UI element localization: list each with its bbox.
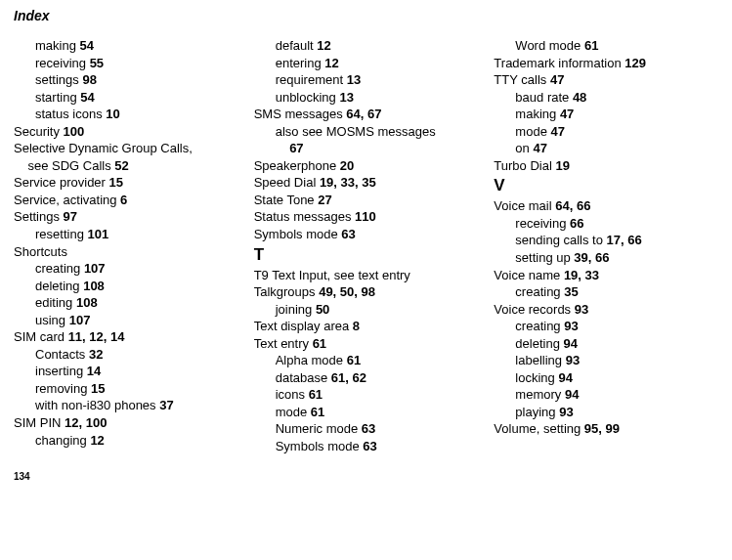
entry-page: 101 — [87, 227, 108, 241]
entry-text: on — [515, 141, 533, 155]
index-entry: Speed Dial 19, 33, 35 — [254, 174, 479, 192]
entry-text: Status messages — [254, 209, 355, 224]
entry-page: 20 — [340, 158, 354, 173]
index-entry: labelling 93 — [515, 352, 718, 369]
entry-page: 108 — [83, 279, 105, 293]
index-entry: changing 12 — [35, 432, 238, 450]
entry-page: 50 — [316, 302, 329, 317]
index-entry: joining 50 — [276, 301, 479, 319]
entry-page: 48 — [573, 90, 586, 105]
index-entry: Settings 97 — [14, 208, 238, 226]
page-number: 134 — [14, 471, 718, 482]
entry-text: Speakerphone — [254, 158, 340, 173]
entry-page: 19, 33 — [564, 268, 599, 282]
index-entry: database 61, 62 — [276, 369, 479, 387]
entry-page: 54 — [80, 38, 94, 53]
entry-text: Service, activating — [14, 193, 120, 207]
entry-text: database — [276, 370, 331, 385]
index-entry: Alpha mode 61 — [276, 352, 479, 369]
index-entry: Speakerphone 20 — [254, 157, 479, 175]
index-entry: baud rate 48 — [515, 89, 718, 107]
entry-page: 32 — [89, 347, 103, 362]
index-entry: Status messages 110 — [254, 208, 479, 226]
index-entry: Numeric mode 63 — [276, 420, 479, 438]
index-entry: Symbols mode 63 — [276, 438, 479, 455]
entry-page: 97 — [64, 209, 77, 224]
index-entry: receiving 55 — [35, 55, 238, 72]
entry-page: 54 — [80, 90, 94, 105]
entry-text: unblocking — [276, 90, 340, 105]
entry-page: 13 — [347, 72, 361, 87]
entry-text: mode — [276, 405, 311, 419]
index-entry: Contacts 32 — [35, 346, 238, 364]
entry-text: Symbols mode — [276, 439, 364, 453]
index-entry: on 47 — [515, 140, 718, 157]
entry-text: deleting — [515, 336, 563, 351]
entry-page: 19, 33, 35 — [320, 175, 376, 190]
entry-text: TTY calls — [494, 72, 550, 87]
index-entry: requirement 13 — [276, 71, 479, 89]
entry-page: 107 — [84, 261, 106, 276]
entry-page: 39, 66 — [574, 250, 609, 265]
entry-text: settings — [35, 72, 82, 87]
entry-text: Symbols mode — [254, 227, 342, 241]
index-entry: creating 35 — [515, 283, 718, 301]
entry-page: 15 — [91, 381, 105, 396]
entry-page: 64, 66 — [555, 198, 590, 213]
index-entry: Voice records 93 — [494, 301, 718, 319]
entry-page: 6 — [120, 193, 127, 207]
index-entry: deleting 94 — [515, 335, 718, 353]
entry-text: requirement — [276, 72, 347, 87]
index-entry: mode 61 — [276, 404, 479, 421]
entry-text: Settings — [14, 209, 64, 224]
entry-text: State Tone — [254, 193, 319, 207]
entry-page: 94 — [565, 387, 579, 402]
index-entry: editing 108 — [35, 294, 238, 312]
index-entry: Turbo Dial 19 — [494, 157, 718, 175]
entry-page: 94 — [558, 370, 572, 385]
index-entry: Trademark information 129 — [494, 55, 718, 72]
entry-text: mode — [515, 124, 550, 139]
index-entry: playing 93 — [515, 404, 718, 421]
index-entry: status icons 10 — [35, 106, 238, 123]
entry-page: 63 — [362, 421, 375, 436]
entry-page: 12, 100 — [65, 415, 107, 430]
index-entry: making 54 — [35, 37, 238, 55]
entry-page: 11, 12, 14 — [68, 329, 125, 344]
entry-text: Speed Dial — [254, 175, 320, 190]
index-entry: sending calls to 17, 66 — [515, 232, 718, 249]
entry-page: 63 — [341, 227, 355, 241]
entry-page: 61 — [313, 336, 326, 351]
page-header: Index — [14, 8, 718, 23]
entry-text: deleting — [35, 279, 83, 293]
entry-text: Text display area — [254, 319, 353, 333]
entry-page: 61 — [309, 387, 323, 402]
index-entry: settings 98 — [35, 71, 238, 89]
index-entry: removing 15 — [35, 380, 238, 398]
entry-page: 13 — [339, 90, 353, 105]
entry-page: 8 — [353, 319, 360, 333]
index-entry: Service, activating 6 — [14, 192, 238, 209]
entry-page: 15 — [109, 175, 123, 190]
index-entry: icons 61 — [276, 386, 479, 404]
entry-text: creating — [35, 261, 84, 276]
entry-text: Turbo Dial — [494, 158, 555, 173]
index-entry: Service provider 15 — [14, 174, 238, 192]
index-entry: TTY calls 47 — [494, 71, 718, 89]
entry-text: default — [276, 38, 318, 53]
entry-text: Service provider — [14, 175, 109, 190]
index-entry: setting up 39, 66 — [515, 249, 718, 267]
entry-page: 52 — [114, 158, 128, 173]
entry-text: resetting — [35, 227, 87, 241]
entry-text: SIM card — [14, 329, 68, 344]
entry-text: Voice records — [494, 302, 574, 317]
index-entry: with non-i830 phones 37 — [35, 397, 238, 414]
index-entry: Security 100 — [14, 123, 238, 141]
entry-text: joining — [276, 302, 316, 317]
index-entry: mode 47 — [515, 123, 718, 141]
entry-page: 49, 50, 98 — [319, 284, 375, 299]
entry-page: 47 — [533, 141, 546, 155]
entry-page: 47 — [560, 107, 574, 121]
entry-page: 37 — [159, 398, 173, 412]
entry-text: making — [35, 38, 80, 53]
